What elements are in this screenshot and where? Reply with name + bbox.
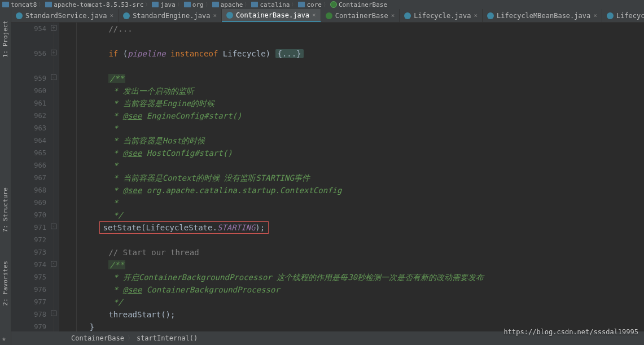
breadcrumb-item[interactable]: ContainerBase xyxy=(330,1,387,8)
chevron-right-icon: 〉 xyxy=(291,1,296,8)
line-number: 962 xyxy=(11,110,46,122)
line-number: 964 xyxy=(11,134,46,147)
class-icon xyxy=(326,12,332,19)
code-area[interactable]: //... if (pipeline instanceof Lifecycle)… xyxy=(59,23,644,331)
line-number: 975 xyxy=(11,271,46,283)
line-number: 960 xyxy=(11,85,46,97)
file-icon xyxy=(226,12,233,19)
line-number: 963 xyxy=(11,122,46,134)
breadcrumb-item[interactable]: catalina xyxy=(251,1,290,8)
breadcrumb: tomcat8〉 apache-tomcat-8.5.53-src〉 java〉… xyxy=(0,0,644,9)
line-number: 968 xyxy=(11,184,46,196)
line-number: 959 xyxy=(11,72,46,85)
rail-structure[interactable]: 7: Structure xyxy=(2,187,9,232)
line-number: 978 xyxy=(11,308,46,321)
star-icon[interactable]: ★ xyxy=(2,334,6,343)
close-icon[interactable]: × xyxy=(312,11,316,19)
line-number: 969 xyxy=(11,196,46,209)
close-icon[interactable]: × xyxy=(213,12,217,19)
breadcrumb-item[interactable]: tomcat8 xyxy=(2,1,37,8)
tab-standardengine[interactable]: StandardEngine.java× xyxy=(119,9,222,22)
file-icon xyxy=(607,12,614,19)
tab-lifecyclembeanbase[interactable]: LifecycleMBeanBase.java× xyxy=(483,9,602,22)
editor[interactable]: 9549569599609619629639649659669679689699… xyxy=(11,23,644,331)
rail-favorites[interactable]: 2: Favorites xyxy=(2,261,9,305)
folder-icon xyxy=(2,2,9,7)
chevron-right-icon: 〉 xyxy=(205,1,211,8)
folder-icon xyxy=(251,2,258,7)
line-number: 966 xyxy=(11,159,46,172)
watermark: https://blog.csdn.net/sssdal19995 xyxy=(504,328,638,336)
file-icon xyxy=(487,12,494,19)
folder-icon xyxy=(184,2,191,7)
nav-method[interactable]: startInternal() xyxy=(137,334,198,342)
line-number xyxy=(11,60,46,72)
folder-icon xyxy=(45,2,52,7)
close-icon[interactable]: × xyxy=(474,12,477,19)
line-number: 954 xyxy=(11,23,46,35)
chevron-right-icon: 〉 xyxy=(145,1,150,8)
file-icon xyxy=(404,12,411,19)
tab-standardservice[interactable]: StandardService.java× xyxy=(11,9,119,22)
file-icon xyxy=(123,12,130,19)
highlighted-line: setState(LifecycleState.STARTING); xyxy=(99,221,269,234)
tab-containerbase-java[interactable]: ContainerBase.java× xyxy=(222,9,321,22)
breadcrumb-item[interactable]: org xyxy=(184,1,204,8)
line-number: 972 xyxy=(11,234,46,246)
breadcrumb-item[interactable]: java xyxy=(152,1,176,8)
line-number: 971 xyxy=(11,221,46,234)
chevron-right-icon: 〉 xyxy=(128,334,133,342)
folder-icon xyxy=(298,2,305,7)
gutter: 9549569599609619629639649659669679689699… xyxy=(11,23,59,331)
tab-lifecycle[interactable]: Lifecycle.java× xyxy=(400,9,483,22)
line-number: 965 xyxy=(11,147,46,159)
tab-bar: StandardService.java× StandardEngine.jav… xyxy=(11,9,644,23)
tab-lifecyclebase[interactable]: LifecycleBase.java× xyxy=(602,9,644,22)
tool-rail: 1: Project 7: Structure 2: Favorites xyxy=(0,9,11,345)
line-number: 961 xyxy=(11,97,46,110)
chevron-right-icon: 〉 xyxy=(38,1,43,8)
close-icon[interactable]: × xyxy=(391,12,395,19)
chevron-right-icon: 〉 xyxy=(177,1,182,8)
close-icon[interactable]: × xyxy=(593,12,597,19)
line-number: 973 xyxy=(11,246,46,259)
line-number: 970 xyxy=(11,209,46,221)
line-number: 967 xyxy=(11,172,46,184)
fold-region[interactable]: {...} xyxy=(275,49,304,58)
breadcrumb-item[interactable]: core xyxy=(298,1,322,8)
chevron-right-icon: 〉 xyxy=(244,1,249,8)
folder-icon xyxy=(212,2,219,7)
line-number: 977 xyxy=(11,296,46,308)
line-number xyxy=(11,35,46,47)
nav-class[interactable]: ContainerBase xyxy=(71,334,124,342)
folder-icon xyxy=(152,2,159,7)
rail-project[interactable]: 1: Project xyxy=(2,20,9,58)
breadcrumb-item[interactable]: apache xyxy=(212,1,243,8)
close-icon[interactable]: × xyxy=(110,12,114,19)
line-number: 974 xyxy=(11,259,46,271)
class-icon xyxy=(330,1,337,8)
breadcrumb-item[interactable]: apache-tomcat-8.5.53-src xyxy=(45,1,143,8)
tab-containerbase-class[interactable]: ContainerBase× xyxy=(321,9,400,22)
line-number: 956 xyxy=(11,47,46,60)
file-icon xyxy=(16,12,23,19)
line-number: 976 xyxy=(11,283,46,296)
chevron-right-icon: 〉 xyxy=(323,1,328,8)
